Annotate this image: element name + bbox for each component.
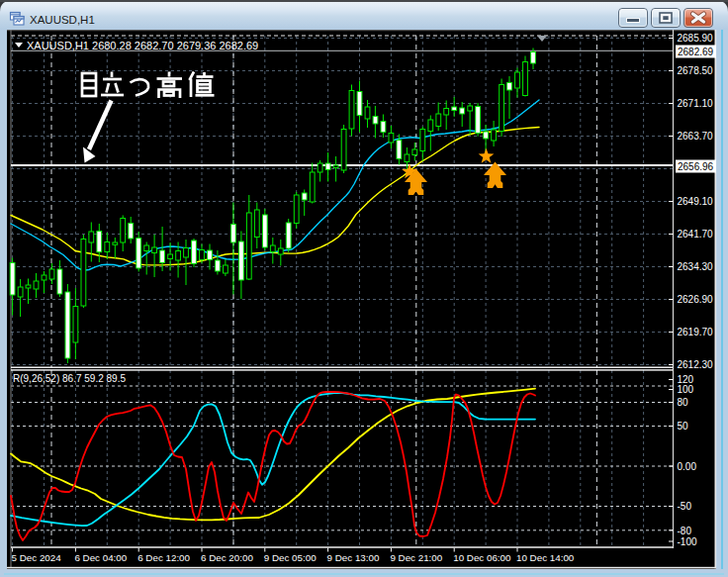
svg-text:R(9,26,52) 86.7 59.2 89.5: R(9,26,52) 86.7 59.2 89.5 (13, 373, 126, 384)
svg-text:9 Dec 21:00: 9 Dec 21:00 (390, 552, 442, 563)
svg-text:XAUUSD,H1: XAUUSD,H1 (30, 14, 95, 26)
svg-text:2678.50: 2678.50 (678, 65, 714, 76)
svg-text:80: 80 (678, 397, 689, 408)
svg-text:2626.90: 2626.90 (678, 294, 714, 305)
svg-text:9 Dec 13:00: 9 Dec 13:00 (327, 552, 380, 563)
svg-text:-50: -50 (678, 501, 692, 512)
svg-text:XAUUSD,H1 2680.28 2682.70 267: XAUUSD,H1 2680.28 2682.70 2679.36 2682.6… (27, 40, 258, 51)
svg-text:-80: -80 (678, 526, 692, 536)
svg-text:5 Dec 2024: 5 Dec 2024 (12, 552, 62, 563)
svg-text:10 Dec 06:00: 10 Dec 06:00 (453, 552, 511, 563)
svg-text:2612.30: 2612.30 (678, 359, 714, 370)
svg-text:2641.70: 2641.70 (678, 229, 714, 240)
svg-text:-100: -100 (678, 536, 697, 547)
svg-text:2656.96: 2656.96 (678, 161, 714, 172)
svg-text:2634.30: 2634.30 (678, 261, 714, 272)
svg-text:6 Dec 12:00: 6 Dec 12:00 (137, 552, 190, 563)
svg-text:2685.90: 2685.90 (678, 33, 714, 44)
svg-text:9 Dec 05:00: 9 Dec 05:00 (264, 552, 317, 563)
svg-text:10 Dec 14:00: 10 Dec 14:00 (516, 552, 575, 563)
svg-text:0.00: 0.00 (678, 461, 697, 472)
svg-text:2619.70: 2619.70 (678, 327, 714, 337)
svg-text:6 Dec 20:00: 6 Dec 20:00 (201, 552, 253, 563)
svg-text:50: 50 (678, 421, 689, 432)
svg-text:2649.10: 2649.10 (678, 196, 714, 207)
svg-text:2682.69: 2682.69 (678, 47, 714, 57)
svg-text:2663.70: 2663.70 (678, 131, 714, 142)
svg-text:100: 100 (678, 384, 694, 395)
svg-text:2671.10: 2671.10 (678, 98, 714, 109)
svg-text:6 Dec 04:00: 6 Dec 04:00 (74, 552, 127, 563)
